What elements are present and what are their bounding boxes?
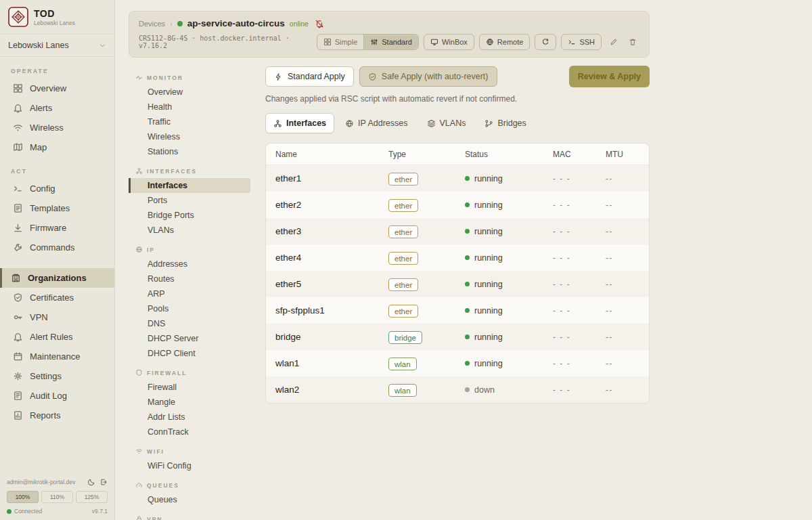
standard-apply-button[interactable]: Standard Apply (265, 66, 354, 87)
table-row-ether5[interactable]: ether5 ether running - - - -- (266, 271, 649, 297)
status-dot-icon (465, 282, 470, 286)
table-row-ether2[interactable]: ether2 ether running - - - -- (266, 192, 649, 218)
devnav-item-routes[interactable]: Routes (129, 272, 250, 286)
zoom-100-button[interactable]: 100% (7, 491, 39, 503)
remote-button[interactable]: Remote (479, 34, 531, 50)
sidebar-item-firmware[interactable]: Firmware (0, 218, 114, 238)
connected-dot-icon (7, 509, 12, 514)
devnav-item-addr-lists[interactable]: Addr Lists (129, 410, 250, 425)
column-header-mac[interactable]: MAC (553, 150, 606, 159)
table-row-wlan2[interactable]: wlan2 wlan down - - - -- (266, 376, 649, 403)
safe-apply-with-auto-revert-button[interactable]: Safe Apply (with auto-revert) (359, 66, 497, 87)
devnav-item-conntrack[interactable]: ConnTrack (129, 425, 250, 439)
devnav-item-wireless[interactable]: Wireless (129, 129, 250, 144)
table-row-ether4[interactable]: ether4 ether running - - - -- (266, 244, 649, 271)
sidebar-item-certificates[interactable]: Certificates (0, 288, 114, 307)
tab-bridges[interactable]: Bridges (476, 113, 534, 133)
tab-interfaces[interactable]: Interfaces (265, 113, 334, 133)
sidebar-item-config[interactable]: Config (0, 179, 114, 198)
sidebar-item-label: Certificates (30, 292, 74, 303)
sidebar-item-maintenance[interactable]: Maintenance (0, 347, 114, 366)
devnav-item-firewall[interactable]: Firewall (129, 380, 250, 395)
table-row-sfp-sfpplus1[interactable]: sfp-sfpplus1 ether running - - - -- (266, 297, 649, 324)
zoom-125-button[interactable]: 125% (76, 491, 108, 503)
review-apply-button[interactable]: Review & Apply (569, 66, 650, 87)
sidebar-item-overview[interactable]: Overview (0, 79, 114, 98)
sidebar-item-label: Map (30, 142, 47, 152)
device-online-dot-icon (177, 21, 183, 26)
brand-subtitle: Lebowski Lanes (34, 20, 75, 26)
sidebar-item-reports[interactable]: Reports (0, 406, 114, 425)
sidebar-item-settings[interactable]: Settings (0, 366, 114, 386)
devnav-item-addresses[interactable]: Addresses (129, 257, 250, 272)
layers-icon (427, 119, 436, 128)
table-row-ether1[interactable]: ether1 ether running - - - -- (266, 165, 649, 192)
chevron-down-icon (99, 42, 106, 49)
column-header-type[interactable]: Type (388, 150, 465, 159)
column-header-mtu[interactable]: MTU (606, 150, 639, 159)
sidebar-item-wireless[interactable]: Wireless (0, 118, 114, 137)
devnav-item-dhcp-server[interactable]: DHCP Server (129, 331, 250, 346)
sidebar-item-organizations[interactable]: Organizations (0, 268, 114, 288)
devnav-item-bridge-ports[interactable]: Bridge Ports (129, 208, 250, 223)
devnav-item-dhcp-client[interactable]: DHCP Client (129, 346, 250, 361)
devnav-item-dns[interactable]: DNS (129, 316, 250, 331)
edit-device-button[interactable] (606, 35, 621, 49)
theme-toggle-icon[interactable] (87, 478, 95, 486)
sidebar-item-map[interactable]: Map (0, 137, 114, 157)
trash-icon (629, 38, 637, 46)
tab-vlans[interactable]: VLANs (419, 113, 474, 133)
sidebar-item-audit-log[interactable]: Audit Log (0, 386, 114, 406)
devnav-item-overview[interactable]: Overview (129, 85, 250, 100)
view-standard-button[interactable]: Standard (363, 35, 418, 49)
cell-mac: - - - (553, 306, 606, 316)
sidebar-item-templates[interactable]: Templates (0, 198, 114, 218)
download-icon (13, 223, 23, 233)
devnav-item-ports[interactable]: Ports (129, 193, 250, 208)
cell-type: ether (388, 252, 465, 264)
devnav-item-queues[interactable]: Queues (129, 492, 250, 507)
notifications-muted-icon[interactable] (315, 19, 324, 28)
column-header-status[interactable]: Status (465, 150, 553, 159)
org-icon (11, 273, 21, 283)
winbox-button[interactable]: WinBox (424, 34, 474, 50)
devnav-item-interfaces[interactable]: Interfaces (129, 178, 250, 193)
devnav-item-stations[interactable]: Stations (129, 144, 250, 159)
table-row-bridge[interactable]: bridge bridge running - - - -- (266, 324, 649, 350)
refresh-button[interactable] (535, 34, 556, 50)
table-row-wlan1[interactable]: wlan1 wlan running - - - -- (266, 350, 649, 376)
table-row-ether3[interactable]: ether3 ether running - - - -- (266, 218, 649, 244)
devnav-item-vlans[interactable]: VLANs (129, 223, 250, 238)
delete-device-button[interactable] (625, 35, 639, 49)
devnav-item-wifi-config[interactable]: WiFi Config (129, 458, 250, 473)
view-simple-button[interactable]: Simple (317, 35, 364, 49)
cell-mtu: -- (606, 280, 639, 289)
logout-icon[interactable] (99, 478, 108, 486)
devnav-item-mangle[interactable]: Mangle (129, 395, 250, 410)
cell-status: running (465, 332, 553, 342)
sidebar-item-alert-rules[interactable]: Alert Rules (0, 327, 114, 347)
ssh-button[interactable]: SSH (561, 34, 602, 50)
devnav-item-health[interactable]: Health (129, 100, 250, 114)
sidebar-item-vpn[interactable]: VPN (0, 307, 114, 327)
lock-icon (135, 515, 143, 520)
cell-type: ether (388, 225, 465, 238)
devnav-item-traffic[interactable]: Traffic (129, 114, 250, 129)
sidebar-item-commands[interactable]: Commands (0, 238, 114, 257)
devnav-item-arp[interactable]: ARP (129, 286, 250, 301)
org-selector[interactable]: Lebowski Lanes (0, 34, 114, 57)
cell-mtu: -- (606, 253, 639, 263)
sidebar-nav: OPERATE Overview Alerts Wireless Map ACT… (0, 57, 114, 425)
sidebar-item-label: Config (30, 183, 55, 194)
breadcrumb-devices-link[interactable]: Devices (139, 20, 165, 28)
tab-ip-addresses[interactable]: IP Addresses (337, 113, 415, 133)
gear-icon (13, 371, 23, 381)
sidebar-section-gap (0, 257, 114, 268)
sidebar-item-alerts[interactable]: Alerts (0, 98, 114, 118)
zoom-controls: 100%110%125% (7, 491, 108, 503)
column-header-name[interactable]: Name (275, 150, 388, 159)
devnav-item-pools[interactable]: Pools (129, 301, 250, 316)
device-nav: MONITOR OverviewHealthTrafficWirelessSta… (129, 66, 265, 520)
zoom-110-button[interactable]: 110% (41, 491, 73, 503)
sidebar-item-label: Overview (30, 83, 66, 93)
